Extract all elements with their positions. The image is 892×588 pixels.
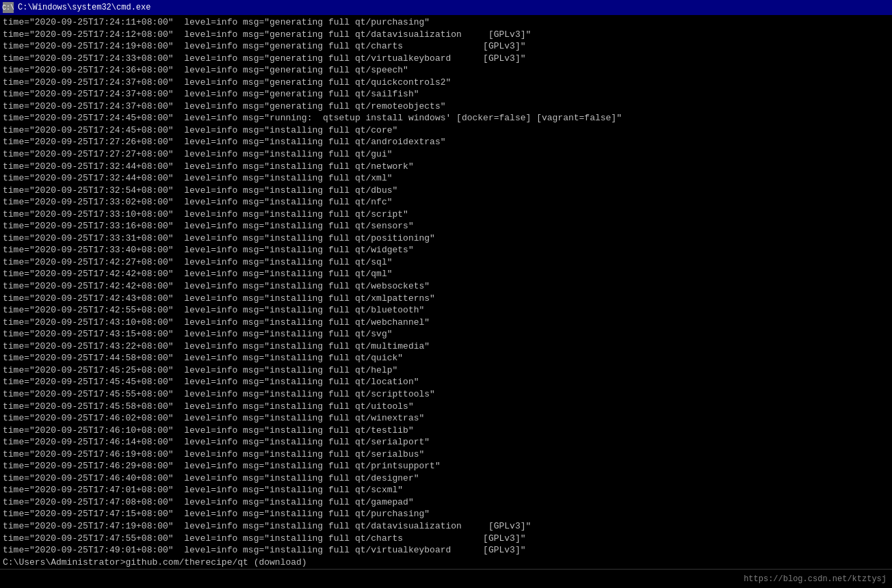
console-line: time="2020-09-25T17:42:43+08:00" level=i… (3, 293, 889, 305)
console-area: time="2020-09-25T17:24:11+08:00" level=i… (0, 15, 892, 569)
status-bar-url: https://blog.csdn.net/ktztysj (744, 574, 887, 584)
console-line: time="2020-09-25T17:45:45+08:00" level=i… (3, 376, 889, 388)
console-line: time="2020-09-25T17:44:58+08:00" level=i… (3, 352, 889, 364)
console-line: time="2020-09-25T17:33:31+08:00" level=i… (3, 232, 889, 245)
console-line: time="2020-09-25T17:24:19+08:00" level=i… (3, 40, 889, 53)
console-line: time="2020-09-25T17:47:15+08:00" level=i… (3, 508, 889, 520)
console-line: time="2020-09-25T17:43:15+08:00" level=i… (3, 328, 889, 340)
console-line: time="2020-09-25T17:45:58+08:00" level=i… (3, 401, 889, 413)
console-line: time="2020-09-25T17:24:37+08:00" level=i… (3, 88, 889, 101)
console-line: time="2020-09-25T17:24:37+08:00" level=i… (3, 77, 889, 89)
console-line: time="2020-09-25T17:43:22+08:00" level=i… (3, 340, 889, 353)
console-line: time="2020-09-25T17:46:40+08:00" level=i… (3, 472, 889, 485)
console-line: time="2020-09-25T17:32:44+08:00" level=i… (3, 161, 889, 173)
title-bar: C:\ C:\Windows\system32\cmd.exe (0, 0, 892, 15)
console-line: time="2020-09-25T17:49:01+08:00" level=i… (3, 544, 889, 557)
console-line: time="2020-09-25T17:32:44+08:00" level=i… (3, 172, 889, 185)
console-line: time="2020-09-25T17:32:54+08:00" level=i… (3, 185, 889, 197)
console-line: time="2020-09-25T17:45:55+08:00" level=i… (3, 388, 889, 401)
console-line: time="2020-09-25T17:46:14+08:00" level=i… (3, 436, 889, 449)
console-line: time="2020-09-25T17:47:55+08:00" level=i… (3, 533, 889, 545)
console-line: time="2020-09-25T17:42:27+08:00" level=i… (3, 256, 889, 269)
console-line: time="2020-09-25T17:33:10+08:00" level=i… (3, 209, 889, 221)
console-line: time="2020-09-25T17:42:55+08:00" level=i… (3, 304, 889, 317)
prompt-bar: C:\Users\Administrator>github.com/therec… (0, 555, 892, 569)
console-line: time="2020-09-25T17:24:11+08:00" level=i… (3, 16, 889, 29)
console-line: time="2020-09-25T17:24:33+08:00" level=i… (3, 53, 889, 65)
status-bar: https://blog.csdn.net/ktztysj (0, 569, 892, 588)
console-line: time="2020-09-25T17:27:27+08:00" level=i… (3, 148, 889, 161)
console-line: time="2020-09-25T17:33:16+08:00" level=i… (3, 220, 889, 232)
console-line: time="2020-09-25T17:27:26+08:00" level=i… (3, 136, 889, 148)
title-bar-text: C:\Windows\system32\cmd.exe (18, 3, 150, 12)
title-bar-icon: C:\ (3, 2, 14, 13)
console-line: time="2020-09-25T17:43:10+08:00" level=i… (3, 317, 889, 329)
console-line: time="2020-09-25T17:24:37+08:00" level=i… (3, 101, 889, 113)
console-line: time="2020-09-25T17:45:25+08:00" level=i… (3, 364, 889, 377)
console-line: time="2020-09-25T17:33:02+08:00" level=i… (3, 196, 889, 209)
console-line: time="2020-09-25T17:24:36+08:00" level=i… (3, 64, 889, 77)
console-line: time="2020-09-25T17:46:29+08:00" level=i… (3, 460, 889, 472)
console-line: time="2020-09-25T17:24:45+08:00" level=i… (3, 112, 889, 124)
console-line: time="2020-09-25T17:46:19+08:00" level=i… (3, 449, 889, 461)
console-line: time="2020-09-25T17:46:10+08:00" level=i… (3, 425, 889, 437)
console-line: time="2020-09-25T17:47:19+08:00" level=i… (3, 520, 889, 533)
console-line: time="2020-09-25T17:24:12+08:00" level=i… (3, 29, 889, 41)
console-line: time="2020-09-25T17:47:08+08:00" level=i… (3, 496, 889, 509)
console-line: time="2020-09-25T17:33:40+08:00" level=i… (3, 244, 889, 256)
console-line: time="2020-09-25T17:42:42+08:00" level=i… (3, 280, 889, 293)
console-line: time="2020-09-25T17:46:02+08:00" level=i… (3, 412, 889, 425)
prompt-text: C:\Users\Administrator>github.com/therec… (3, 557, 307, 567)
console-line: time="2020-09-25T17:42:42+08:00" level=i… (3, 268, 889, 280)
console-line: time="2020-09-25T17:47:01+08:00" level=i… (3, 484, 889, 496)
console-line: time="2020-09-25T17:24:45+08:00" level=i… (3, 124, 889, 137)
